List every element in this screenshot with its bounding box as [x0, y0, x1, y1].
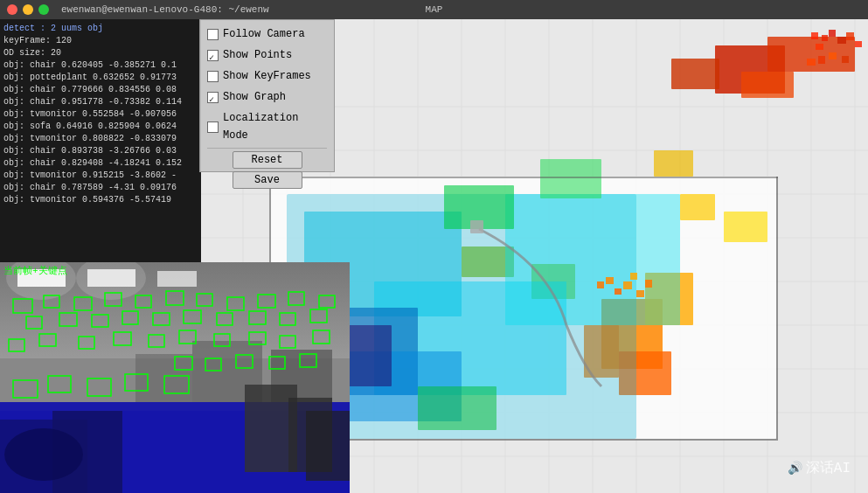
terminal-line: obj: chair 0.787589 -4.31 0.09176 — [3, 182, 198, 194]
show-points-item[interactable]: Show Points — [207, 45, 327, 66]
divider — [207, 148, 327, 149]
svg-rect-56 — [811, 32, 818, 39]
svg-rect-70 — [623, 281, 632, 289]
localization-mode-label: Localization Mode — [223, 109, 327, 144]
terminal-line: obj: sofa 0.64916 0.825904 0.0624 — [3, 121, 198, 133]
svg-rect-72 — [636, 290, 644, 297]
svg-rect-51 — [470, 220, 483, 233]
svg-rect-60 — [837, 37, 846, 44]
svg-rect-69 — [615, 288, 621, 295]
svg-rect-64 — [818, 56, 825, 64]
follow-camera-item[interactable]: Follow Camera — [207, 24, 327, 45]
localization-mode-item[interactable]: Localization Mode — [207, 108, 327, 146]
follow-camera-checkbox[interactable] — [207, 29, 219, 40]
terminal-line: obj: chair 0.829408 -4.18241 0.152 — [3, 157, 198, 170]
terminal-panel: detect : 2 uums obj keyFrame: 120 OD siz… — [0, 19, 201, 264]
camera-svg — [0, 262, 350, 493]
svg-rect-55 — [269, 177, 778, 178]
controls-panel: Follow Camera Show Points Show KeyFrames… — [199, 19, 335, 172]
follow-camera-label: Follow Camera — [223, 25, 305, 43]
svg-rect-93 — [306, 411, 350, 481]
svg-rect-58 — [816, 44, 823, 50]
terminal-line: detect : 2 uums obj — [3, 23, 198, 35]
terminal-line: obj: tvmonitor 0.552584 -0.907056 — [3, 108, 198, 121]
terminal-line: obj: chair 0.893738 -3.26766 0.03 — [3, 145, 198, 157]
reset-button[interactable]: Reset — [233, 151, 302, 169]
terminal-line: obj: chair 0.620405 -0.385271 0.1 — [3, 59, 198, 72]
svg-rect-48 — [680, 194, 715, 220]
watermark-icon: 🔊 — [788, 461, 802, 476]
svg-rect-63 — [807, 59, 816, 66]
svg-rect-46 — [540, 159, 601, 198]
svg-rect-53 — [776, 177, 778, 439]
map-title: MAP — [426, 4, 443, 15]
svg-rect-73 — [645, 280, 652, 288]
svg-rect-49 — [724, 212, 767, 242]
show-points-label: Show Points — [223, 46, 292, 64]
svg-rect-39 — [505, 194, 680, 325]
svg-rect-71 — [630, 273, 637, 280]
svg-point-90 — [4, 428, 83, 481]
minimize-button[interactable] — [23, 4, 33, 15]
show-graph-item[interactable]: Show Graph — [207, 87, 327, 108]
maximize-button[interactable] — [38, 4, 49, 15]
show-graph-checkbox[interactable] — [207, 92, 219, 103]
camera-label: 当前帧+关键点 — [3, 264, 67, 277]
svg-rect-67 — [597, 281, 604, 288]
svg-rect-29 — [671, 59, 719, 89]
show-graph-label: Show Graph — [223, 88, 286, 106]
terminal-line: keyFrame: 120 — [3, 35, 198, 47]
terminal-line: obj: chair 0.951778 -0.73382 0.114 — [3, 96, 198, 108]
svg-rect-62 — [855, 41, 862, 47]
svg-rect-68 — [606, 277, 614, 284]
svg-rect-65 — [829, 52, 837, 59]
terminal-line: obj: tvmonitor 0.808822 -0.833079 — [3, 133, 198, 145]
terminal-line: obj: tvmonitor 0.594376 -5.57419 — [3, 194, 198, 206]
svg-rect-50 — [654, 150, 693, 177]
terminal-line: obj: pottedplant 0.632652 0.91773 — [3, 72, 198, 84]
svg-rect-66 — [842, 56, 849, 63]
window-title: ewenwan@ewenwan-Lenovo-G480: ~/ewenw — [61, 4, 269, 15]
svg-rect-28 — [741, 72, 794, 98]
watermark-text: 深话AI — [806, 459, 851, 477]
svg-rect-47 — [418, 386, 496, 430]
show-points-checkbox[interactable] — [207, 50, 219, 61]
title-bar: ewenwan@ewenwan-Lenovo-G480: ~/ewenw MAP — [0, 0, 868, 19]
terminal-line: obj: chair 0.779666 0.834556 0.08 — [3, 84, 198, 96]
localization-mode-checkbox[interactable] — [207, 122, 219, 133]
svg-rect-81 — [157, 271, 197, 287]
svg-rect-57 — [822, 35, 828, 41]
show-keyframes-checkbox[interactable] — [207, 71, 219, 82]
camera-view: 当前帧+关键点 — [0, 262, 350, 493]
save-button[interactable]: Save — [233, 171, 302, 189]
main-content: 🔊 深话AI detect : 2 uums obj keyFrame: 120… — [0, 19, 868, 493]
show-keyframes-label: Show KeyFrames — [223, 67, 311, 85]
show-keyframes-item[interactable]: Show KeyFrames — [207, 66, 327, 87]
terminal-line: OD size: 20 — [3, 47, 198, 59]
terminal-line: obj: tvmonitor 0.915215 -3.8602 - — [3, 170, 198, 182]
close-button[interactable] — [7, 4, 17, 15]
watermark: 🔊 深话AI — [788, 459, 851, 477]
svg-rect-59 — [829, 30, 836, 37]
svg-rect-61 — [846, 32, 854, 40]
